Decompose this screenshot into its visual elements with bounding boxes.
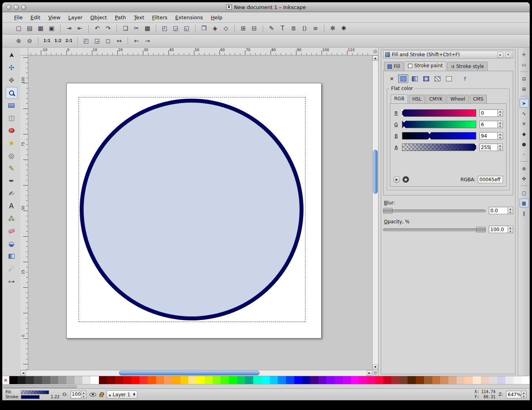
minimize-window-button[interactable]: [14, 5, 19, 10]
export-button[interactable]: ⇤: [75, 24, 85, 33]
palette-swatch[interactable]: [278, 376, 286, 384]
linear-gradient-button[interactable]: [410, 74, 420, 83]
tweak-tool-button[interactable]: ✥: [5, 74, 18, 86]
layers-dialog-button[interactable]: ≣: [288, 24, 299, 33]
layer-selector[interactable]: Layer 1: [106, 390, 138, 399]
document-properties-button[interactable]: ✱: [338, 24, 349, 33]
close-window-button[interactable]: [6, 5, 11, 10]
import-button[interactable]: ⇥: [64, 24, 74, 33]
spiral-tool-button[interactable]: ◎: [5, 150, 18, 162]
xml-editor-button[interactable]: ⟨⟩: [299, 24, 310, 33]
print-document-button[interactable]: ▣: [46, 24, 57, 33]
dropper-tool-button[interactable]: ☄: [5, 263, 18, 275]
palette-swatch[interactable]: [82, 376, 91, 384]
color-tab-wheel[interactable]: Wheel: [447, 95, 469, 104]
menu-view[interactable]: View: [44, 13, 64, 22]
snap-master-button[interactable]: ✛: [519, 50, 529, 59]
zoom-2-1-button[interactable]: 2:1: [64, 36, 74, 46]
zoom-tool-button[interactable]: [5, 87, 18, 99]
snap-object-centers-button[interactable]: ⊕: [519, 164, 529, 173]
window-titlebar[interactable]: New document 1 – Inkscape: [2, 2, 530, 12]
palette-swatch[interactable]: [481, 376, 489, 384]
color-tab-cms[interactable]: CMS: [470, 95, 487, 104]
snap-rotation-centers-button[interactable]: ✜: [519, 174, 529, 183]
palette-swatch[interactable]: [514, 376, 522, 384]
palette-swatch[interactable]: [375, 376, 384, 384]
alpha-spin-up-button[interactable]: [498, 144, 503, 147]
palette-swatch[interactable]: [58, 376, 66, 384]
palette-swatch[interactable]: [99, 376, 107, 384]
box3d-tool-button[interactable]: ◫: [5, 112, 18, 124]
preferences-button[interactable]: ✻: [327, 24, 338, 33]
palette-swatch[interactable]: [9, 376, 18, 384]
unknown-paint-button[interactable]: ?: [460, 74, 470, 83]
palette-swatch[interactable]: [156, 376, 164, 384]
blur-slider-thumb[interactable]: [383, 208, 393, 213]
remove-color-swatch[interactable]: [2, 376, 9, 384]
blur-input[interactable]: 0.0: [489, 207, 508, 214]
blue-channel-input[interactable]: 94: [479, 132, 498, 140]
palette-swatch[interactable]: [213, 376, 221, 384]
color-tab-cmyk[interactable]: CMYK: [426, 95, 446, 104]
palette-swatch[interactable]: [164, 376, 172, 384]
red-spin-down-button[interactable]: [498, 113, 503, 116]
palette-swatch[interactable]: [343, 376, 351, 384]
zoom-to-drawing-button[interactable]: ◲: [170, 24, 181, 33]
green-channel-slider[interactable]: [402, 121, 476, 128]
blur-spin-up-button[interactable]: [508, 207, 513, 210]
radial-gradient-button[interactable]: [421, 74, 431, 83]
red-spin-up-button[interactable]: [498, 110, 503, 113]
palette-scrollbar-thumb[interactable]: [3, 385, 77, 388]
dialog-detach-button[interactable]: [497, 52, 503, 58]
red-channel-input[interactable]: 0: [479, 109, 498, 117]
snap-grid-button[interactable]: ▦: [519, 199, 529, 208]
palette-swatch[interactable]: [148, 376, 156, 384]
scroll-down-button[interactable]: [373, 364, 378, 370]
palette-swatch[interactable]: [505, 376, 514, 384]
palette-swatch[interactable]: [34, 376, 42, 384]
zoom-selection-button[interactable]: ◰: [81, 36, 91, 46]
open-document-button[interactable]: ▤: [24, 24, 35, 33]
opacity-spin-down-button[interactable]: [508, 229, 513, 233]
palette-swatch[interactable]: [424, 376, 432, 384]
save-document-button[interactable]: ▦: [35, 24, 46, 33]
canvas[interactable]: [28, 55, 372, 370]
gradient-tool-button[interactable]: [5, 250, 18, 262]
snap-bbox-corners-button[interactable]: ⊞: [519, 85, 529, 94]
pen-tool-button[interactable]: ✒: [5, 175, 18, 187]
snap-bounding-box-button[interactable]: ▭: [519, 60, 529, 69]
menu-file[interactable]: File: [10, 13, 27, 22]
menu-edit[interactable]: Edit: [27, 13, 44, 22]
zoom-drawing-button[interactable]: ◲: [92, 36, 102, 46]
blur-slider[interactable]: [383, 208, 486, 214]
unlink-clone-button[interactable]: ◇: [221, 24, 231, 33]
palette-swatch[interactable]: [107, 376, 115, 384]
zoom-previous-button[interactable]: ←: [131, 36, 142, 46]
menu-help[interactable]: Help: [207, 13, 227, 22]
paste-button[interactable]: ▩: [142, 24, 153, 33]
palette-swatch[interactable]: [229, 376, 237, 384]
tab-stroke-style[interactable]: Stroke style: [447, 62, 488, 71]
palette-swatch[interactable]: [310, 376, 318, 384]
palette-swatch[interactable]: [91, 376, 99, 384]
tab-fill[interactable]: Fill: [384, 62, 404, 71]
zoom-page-width-button[interactable]: ↔: [114, 36, 124, 46]
fill-stroke-dialog-button[interactable]: ✎: [266, 24, 277, 33]
palette-swatch[interactable]: [75, 376, 83, 384]
palette-swatch[interactable]: [448, 376, 457, 384]
align-dialog-button[interactable]: ≡: [310, 24, 321, 33]
palette-swatch[interactable]: [294, 376, 302, 384]
snap-paths-button[interactable]: ∿: [519, 109, 529, 118]
palette-swatch[interactable]: [302, 376, 310, 384]
opacity-spin-up-button[interactable]: [508, 226, 513, 229]
rectangle-tool-button[interactable]: [5, 99, 18, 111]
object-opacity-spin-up-button[interactable]: [81, 391, 86, 394]
zoom-to-page-button[interactable]: ◱: [181, 24, 192, 33]
menu-extensions[interactable]: Extensions: [171, 13, 207, 22]
palette-swatch[interactable]: [400, 376, 408, 384]
undo-button[interactable]: ↶: [92, 24, 102, 33]
palette-swatch[interactable]: [221, 376, 229, 384]
group-button[interactable]: ⊞: [238, 24, 249, 33]
vertical-scrollbar[interactable]: [372, 55, 378, 370]
zoom-next-button[interactable]: →: [142, 36, 153, 46]
